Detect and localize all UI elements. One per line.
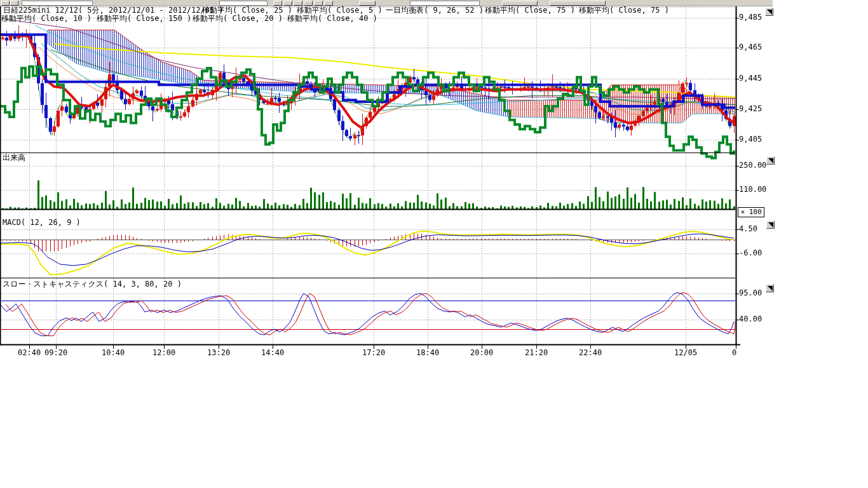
stochastics-tick-label: 95.00	[739, 289, 762, 297]
legend-item: 移動平均( Close, 150 )	[97, 15, 191, 23]
toolbar-button[interactable]	[283, 1, 292, 6]
price-tick-label: 9,405	[739, 135, 762, 144]
macd-tick-label: -6.00	[739, 249, 762, 257]
time-tick-label: 21:20	[525, 349, 548, 357]
toolbar-button[interactable]	[502, 1, 538, 6]
time-tick-label: 20:00	[470, 349, 493, 357]
volume-unit-multiplier: × 100	[738, 207, 764, 217]
time-tick-label: 02:40	[18, 349, 41, 357]
time-tick-label: 14:40	[261, 349, 284, 357]
time-tick-label: 17:20	[362, 349, 385, 357]
toolbar-button[interactable]	[314, 1, 323, 6]
legend-item: 移動平均( Close, 10 )	[1, 15, 92, 23]
toolbar-button[interactable]	[1, 1, 10, 6]
volume-tick-label: 250.00	[739, 161, 766, 170]
toolbar-button[interactable]	[304, 1, 313, 6]
time-tick-label: 0	[732, 349, 736, 357]
time-tick-label: 22:40	[579, 349, 602, 357]
toolbar-button[interactable]	[273, 1, 282, 6]
toolbar-button[interactable]	[10, 1, 18, 6]
toolbar-button[interactable]	[550, 1, 606, 6]
legend-item: 移動平均( Close, 75 )	[579, 6, 669, 15]
toolbar-input[interactable]	[219, 1, 268, 6]
price-scale-dropdown-button[interactable]	[765, 8, 773, 16]
time-tick-label: 18:40	[416, 349, 439, 357]
legend-item: 移動平均( Close, 40 )	[287, 15, 377, 23]
volume-scale-dropdown-button[interactable]	[766, 156, 775, 165]
legend-item: 一目均衡表( 9, 26, 52 )	[386, 6, 484, 15]
price-tick-label: 9,425	[739, 105, 762, 113]
stochastics-panel-title: スロー・ストキャスティクス( 14, 3, 80, 20 )	[3, 280, 182, 288]
toolbar-button[interactable]	[359, 1, 376, 6]
macd-tick-label: 4.50	[739, 225, 757, 233]
legend-item: 移動平均( Close, 75 )	[485, 6, 575, 15]
stochastics-tick-label: 40.00	[739, 315, 762, 323]
stochastics-scale-dropdown-button[interactable]	[766, 284, 774, 292]
macd-scale-dropdown-button[interactable]	[766, 220, 775, 229]
volume-panel-title: 出来高	[3, 154, 25, 162]
price-tick-label: 9,485	[739, 13, 762, 22]
toolbar-button[interactable]	[294, 1, 302, 6]
toolbar-combobox[interactable]	[410, 1, 480, 6]
volume-tick-label: 110.00	[739, 186, 766, 194]
price-chart-canvas[interactable]	[0, 0, 868, 488]
macd-panel-title: MACD( 12, 26, 9 )	[3, 219, 81, 227]
time-tick-label: 13:20	[207, 349, 230, 357]
toolbar-combobox[interactable]	[22, 1, 93, 6]
time-tick-label: 12/05	[674, 349, 697, 357]
legend-item: 移動平均( Close, 20 )	[193, 15, 283, 23]
toolbar-button[interactable]	[324, 1, 333, 6]
time-tick-label: 10:40	[102, 349, 125, 357]
price-tick-label: 9,465	[739, 43, 762, 51]
price-tick-label: 9,445	[739, 74, 762, 83]
time-tick-label: 09:20	[44, 349, 67, 357]
chart-application-window: 出来高 MACD( 12, 26, 9 ) スロー・ストキャスティクス( 14,…	[0, 0, 868, 488]
time-tick-label: 12:00	[153, 349, 175, 357]
